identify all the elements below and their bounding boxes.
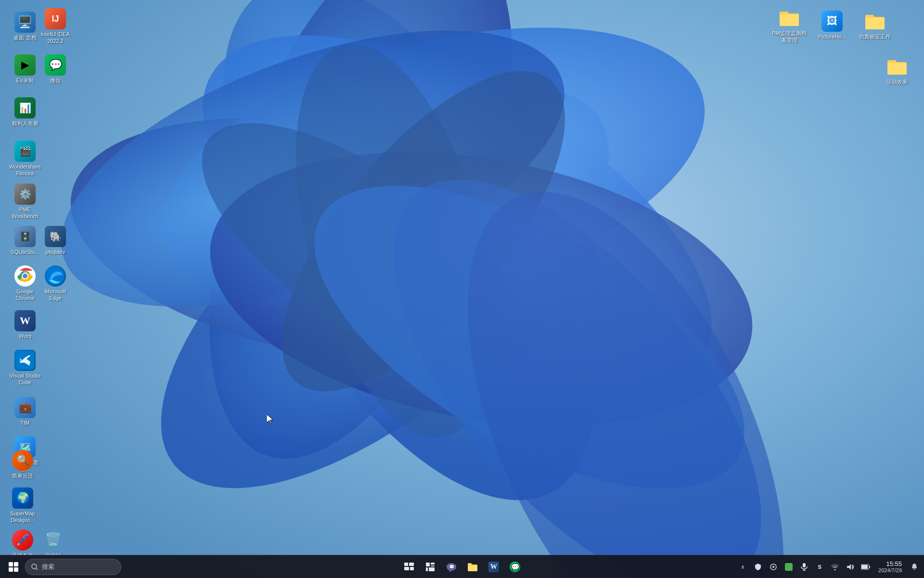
icon-folder-activity[interactable]: 活动效果 — [878, 50, 916, 91]
svg-rect-41 — [803, 563, 806, 567]
hidden-icons-button[interactable]: ∧ — [737, 561, 748, 573]
svg-rect-24 — [9, 567, 13, 572]
explorer-button[interactable] — [463, 557, 482, 577]
svg-point-40 — [772, 566, 774, 568]
svg-line-27 — [36, 568, 38, 570]
svg-rect-23 — [14, 562, 18, 566]
clock-date: 2024/7/29 — [878, 567, 902, 573]
input-method-icon[interactable]: S — [814, 561, 825, 573]
security-tray-icon[interactable] — [752, 561, 764, 573]
system-tray-icon1[interactable] — [768, 561, 779, 573]
icon-picturehow[interactable]: 🖼 PictureHo... — [813, 5, 851, 46]
desktop-icons-right: PM监理监测档案管理 🖼 PictureHo... 仿真验证工作 — [765, 0, 924, 96]
icon-edge[interactable]: Microsoft Edge — [36, 263, 75, 304]
icon-intellij[interactable]: IJ IntelliJ IDEA 2022.2 — [36, 6, 75, 47]
svg-rect-32 — [426, 563, 430, 566]
icon-wechat[interactable]: 💬 微信 — [36, 49, 75, 90]
svg-rect-33 — [431, 563, 435, 565]
svg-rect-36 — [429, 567, 435, 571]
taskbar-pinned-apps: 💬 W 💬 — [399, 557, 525, 577]
svg-rect-22 — [9, 562, 13, 566]
icon-supermap[interactable]: 🌍 SuperMap Deskpro... — [3, 485, 42, 526]
svg-text:💬: 💬 — [449, 564, 455, 570]
chat-button[interactable]: 💬 — [442, 557, 461, 577]
notification-button[interactable] — [909, 561, 920, 573]
widgets-button[interactable] — [421, 557, 440, 577]
taskbar-system-tray: ∧ — [737, 559, 920, 574]
volume-tray-icon[interactable] — [845, 561, 856, 573]
search-label: 搜索 — [42, 563, 54, 571]
taskview-button[interactable] — [399, 557, 419, 577]
icon-folder-work[interactable]: 仿真验证工作 — [856, 5, 894, 46]
icon-juancloud[interactable]: 🔍 简单云迁 — [3, 444, 42, 485]
svg-point-26 — [32, 564, 37, 569]
svg-point-44 — [834, 569, 836, 570]
svg-rect-31 — [410, 567, 414, 570]
app-tray-icon[interactable] — [783, 561, 795, 573]
microphone-tray-icon[interactable] — [798, 561, 810, 573]
svg-point-19 — [23, 274, 27, 278]
icon-plsqldev[interactable]: 🐘 plsqldev — [36, 220, 75, 261]
svg-rect-35 — [426, 567, 428, 571]
svg-rect-30 — [404, 567, 409, 570]
word-taskbar-button[interactable]: W — [484, 557, 503, 577]
wifi-tray-icon[interactable] — [829, 561, 841, 573]
icon-filmora[interactable]: 🎬 Wondershare Filmora — [6, 138, 44, 179]
icon-tim[interactable]: 💼 TIM — [6, 391, 44, 432]
svg-rect-46 — [869, 566, 870, 568]
battery-tray-icon[interactable] — [860, 561, 872, 573]
taskbar-search[interactable]: 搜索 — [25, 559, 121, 575]
svg-rect-29 — [409, 563, 414, 566]
taskbar: 搜索 — [0, 555, 924, 578]
icon-vscode[interactable]: Visual Studio Code — [6, 347, 44, 388]
wechat-taskbar-button[interactable]: 💬 — [505, 557, 525, 577]
svg-rect-47 — [861, 565, 868, 569]
icon-folder-pm[interactable]: PM监理监测档案管理 — [770, 5, 808, 46]
svg-rect-28 — [404, 563, 408, 566]
icon-word[interactable]: W Word — [6, 304, 44, 345]
start-button[interactable] — [4, 557, 23, 577]
system-clock[interactable]: 15:55 2024/7/29 — [875, 559, 905, 574]
svg-rect-34 — [431, 565, 435, 566]
svg-rect-25 — [14, 567, 18, 572]
taskbar-left: 搜索 — [4, 557, 121, 577]
clock-time: 15:55 — [878, 560, 902, 567]
